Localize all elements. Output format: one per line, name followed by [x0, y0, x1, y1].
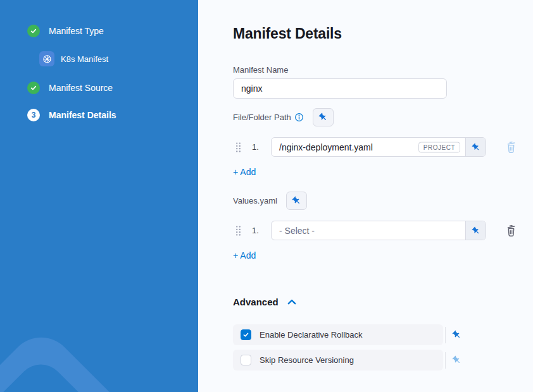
file-path-input-group: PROJECT	[271, 137, 486, 157]
step-number-badge: 3	[27, 109, 40, 121]
trash-icon	[505, 224, 517, 237]
option-row-body[interactable]: Enable Declarative Rollback	[233, 324, 443, 345]
check-icon	[27, 82, 40, 94]
pushpin-icon	[450, 353, 463, 367]
manifest-details-panel: Manifest Details Manifest Name File/Fold…	[198, 0, 533, 392]
pin-runtime-input-button[interactable]	[452, 355, 461, 365]
info-circle-icon[interactable]	[294, 113, 304, 122]
chevron-up-icon	[287, 299, 296, 305]
sidebar-step-manifest-source[interactable]: Manifest Source	[27, 82, 113, 94]
declarative-rollback-checkbox[interactable]	[241, 329, 251, 340]
values-file-select[interactable]: - Select -	[272, 226, 465, 236]
advanced-label: Advanced	[233, 297, 279, 307]
trash-icon	[505, 140, 517, 154]
add-values-file-link[interactable]: + Add	[233, 250, 256, 260]
add-file-path-link[interactable]: + Add	[233, 167, 256, 177]
divider	[445, 327, 446, 343]
file-folder-path-label: File/Folder Path	[233, 113, 291, 122]
pushpin-icon	[450, 328, 463, 341]
drag-handle-icon[interactable]	[235, 225, 242, 236]
sidebar-step-manifest-details[interactable]: 3 Manifest Details	[27, 109, 116, 121]
advanced-option-row: Skip Resource Versioning	[233, 350, 468, 371]
file-path-row: 1. PROJECT	[233, 137, 517, 157]
pushpin-icon	[290, 194, 303, 207]
pushpin-icon	[470, 224, 482, 237]
option-label: Enable Declarative Rollback	[260, 330, 363, 340]
values-file-select-group: - Select -	[271, 221, 486, 240]
option-label: Skip Resource Versioning	[260, 355, 354, 365]
skip-resource-versioning-checkbox[interactable]	[241, 355, 251, 365]
manifest-name-input[interactable]	[233, 78, 447, 99]
substep-label: K8s Manifest	[61, 54, 108, 64]
pin-runtime-input-button[interactable]	[313, 108, 334, 126]
advanced-option-row: Enable Declarative Rollback	[233, 324, 468, 345]
kubernetes-icon	[39, 51, 54, 66]
sidebar-substep-k8s-manifest[interactable]: K8s Manifest	[39, 51, 108, 66]
pin-runtime-input-button[interactable]	[286, 192, 307, 210]
option-row-body[interactable]: Skip Resource Versioning	[233, 350, 443, 371]
file-folder-path-header: File/Folder Path	[233, 108, 334, 126]
page-title: Manifest Details	[233, 25, 342, 42]
step-label: Manifest Type	[49, 26, 104, 36]
delete-row-button[interactable]	[505, 224, 517, 237]
values-yaml-label: Values.yaml	[233, 196, 277, 205]
pushpin-icon	[470, 141, 482, 154]
pin-runtime-input-button[interactable]	[452, 330, 461, 340]
manifest-wizard-window: Manifest Type K8s Manifest	[0, 0, 533, 392]
values-file-row: 1. - Select -	[233, 221, 517, 240]
manifest-name-label: Manifest Name	[233, 65, 288, 75]
step-label: Manifest Details	[49, 110, 116, 120]
advanced-section-toggle[interactable]: Advanced	[233, 297, 296, 307]
pin-runtime-input-button[interactable]	[465, 221, 486, 240]
pin-runtime-input-button[interactable]	[465, 138, 486, 156]
sidebar-step-manifest-type[interactable]: Manifest Type	[27, 25, 104, 37]
divider	[445, 352, 446, 369]
values-yaml-header: Values.yaml	[233, 192, 307, 210]
wizard-sidebar: Manifest Type K8s Manifest	[0, 0, 198, 392]
step-label: Manifest Source	[49, 83, 113, 93]
drag-handle-icon[interactable]	[235, 142, 242, 153]
pushpin-icon	[317, 111, 330, 124]
row-index: 1.	[252, 226, 263, 235]
check-icon	[27, 25, 40, 37]
row-index: 1.	[252, 142, 263, 152]
scope-badge: PROJECT	[418, 142, 460, 152]
delete-row-button[interactable]	[505, 140, 517, 154]
